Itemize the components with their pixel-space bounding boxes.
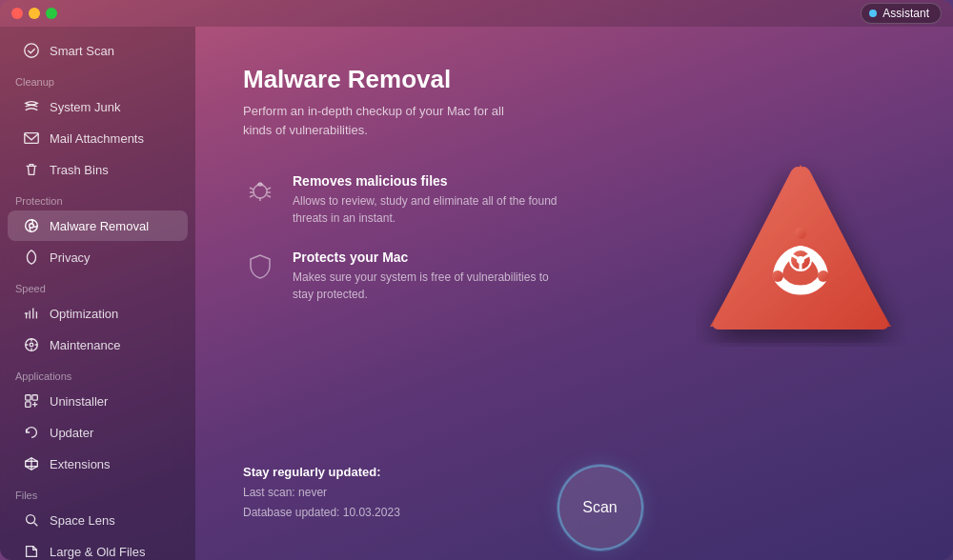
sidebar-item-optimization[interactable]: Optimization <box>8 298 188 329</box>
svg-line-15 <box>34 523 38 527</box>
svg-point-28 <box>818 270 829 282</box>
svg-point-17 <box>253 185 267 198</box>
maximize-button[interactable] <box>46 8 57 19</box>
svg-point-14 <box>27 515 35 524</box>
section-label-applications: Applications <box>0 361 195 385</box>
hero-area <box>648 27 953 474</box>
feature-removes-text: Removes malicious files Allows to review… <box>293 173 559 227</box>
sidebar-item-maintenance[interactable]: Maintenance <box>8 330 188 360</box>
privacy-icon <box>23 249 40 266</box>
sidebar-item-updater[interactable]: Updater <box>8 417 188 448</box>
optimization-icon <box>23 305 40 322</box>
svg-rect-1 <box>25 133 38 144</box>
svg-line-21 <box>250 195 253 197</box>
section-label-files: Files <box>0 480 195 504</box>
extensions-icon <box>23 455 40 472</box>
trash-icon <box>23 161 40 178</box>
sidebar-item-large-files-label: Large & Old Files <box>50 545 145 559</box>
sidebar-item-smart-scan[interactable]: Smart Scan <box>8 35 188 66</box>
mail-icon <box>23 130 40 147</box>
bug-icon <box>243 173 277 208</box>
svg-line-19 <box>250 188 253 190</box>
sidebar-item-privacy[interactable]: Privacy <box>8 242 188 272</box>
biohazard-triangle-icon <box>696 150 905 350</box>
sidebar-item-mail-label: Mail Attachments <box>50 131 144 146</box>
malware-icon <box>23 217 40 234</box>
sidebar-item-space-lens[interactable]: Space Lens <box>8 505 188 535</box>
sidebar-item-privacy-label: Privacy <box>50 250 91 265</box>
large-files-icon <box>23 543 40 560</box>
sidebar-item-trash-bins[interactable]: Trash Bins <box>8 154 188 185</box>
traffic-lights <box>11 8 57 19</box>
sidebar-item-mail-attachments[interactable]: Mail Attachments <box>8 123 188 153</box>
content-panel: Malware Removal Perform an in-depth chec… <box>195 27 953 560</box>
uninstaller-icon <box>23 392 40 410</box>
sidebar-item-system-junk-label: System Junk <box>50 100 120 114</box>
feature-protects-title: Protects your Mac <box>293 250 559 265</box>
sidebar-item-updater-label: Updater <box>50 426 93 440</box>
scan-button-area: Scan <box>558 465 643 550</box>
system-junk-icon <box>23 98 40 115</box>
updater-icon <box>23 424 40 441</box>
scan-button-label: Scan <box>582 499 617 516</box>
svg-rect-13 <box>26 402 30 407</box>
svg-point-29 <box>772 270 783 282</box>
svg-point-9 <box>30 343 33 347</box>
svg-point-0 <box>25 44 38 57</box>
maintenance-icon <box>23 336 40 353</box>
section-label-protection: Protection <box>0 186 195 210</box>
svg-point-3 <box>30 224 34 229</box>
sidebar-item-malware-removal[interactable]: Malware Removal <box>8 210 188 241</box>
sidebar-item-system-junk[interactable]: System Junk <box>8 91 188 122</box>
app-window: Assistant Smart Scan Cleanup <box>0 0 953 560</box>
assistant-button[interactable]: Assistant <box>861 3 942 24</box>
sidebar-item-uninstaller-label: Uninstaller <box>50 394 108 409</box>
feature-removes-title: Removes malicious files <box>293 173 559 189</box>
assistant-label: Assistant <box>882 7 929 20</box>
sidebar-item-space-lens-label: Space Lens <box>50 513 115 528</box>
sidebar: Smart Scan Cleanup System Junk <box>0 27 195 560</box>
minimize-button[interactable] <box>29 8 40 19</box>
sidebar-item-extensions-label: Extensions <box>50 457 111 471</box>
scan-button[interactable]: Scan <box>558 465 643 550</box>
svg-point-27 <box>795 228 806 239</box>
main-content: Smart Scan Cleanup System Junk <box>0 27 953 560</box>
sidebar-item-maintenance-label: Maintenance <box>50 338 120 352</box>
feature-protects-text: Protects your Mac Makes sure your system… <box>293 250 559 303</box>
svg-line-22 <box>267 188 271 190</box>
space-lens-icon <box>23 511 40 529</box>
svg-point-2 <box>26 220 38 232</box>
svg-line-24 <box>267 195 271 197</box>
feature-removes-desc: Allows to review, study and eliminate al… <box>293 192 559 227</box>
feature-protects-desc: Makes sure your system is free of vulner… <box>293 269 559 303</box>
smart-scan-icon <box>23 42 40 59</box>
shield-icon <box>243 250 277 284</box>
assistant-dot-icon <box>869 10 877 17</box>
sidebar-item-trash-label: Trash Bins <box>50 163 109 177</box>
sidebar-item-large-old-files[interactable]: Large & Old Files <box>8 536 188 560</box>
svg-rect-11 <box>26 395 30 400</box>
close-button[interactable] <box>11 8 23 19</box>
sidebar-item-optimization-label: Optimization <box>50 307 118 321</box>
section-label-cleanup: Cleanup <box>0 67 195 90</box>
sidebar-item-malware-label: Malware Removal <box>50 219 149 233</box>
section-label-speed: Speed <box>0 273 195 297</box>
sidebar-item-extensions[interactable]: Extensions <box>8 449 188 479</box>
sidebar-item-uninstaller[interactable]: Uninstaller <box>8 386 188 416</box>
title-bar: Assistant <box>0 0 953 27</box>
svg-rect-12 <box>32 395 37 400</box>
panel-subtitle: Perform an in-depth checkup of your Mac … <box>243 102 529 139</box>
sidebar-item-smart-scan-label: Smart Scan <box>50 44 114 58</box>
